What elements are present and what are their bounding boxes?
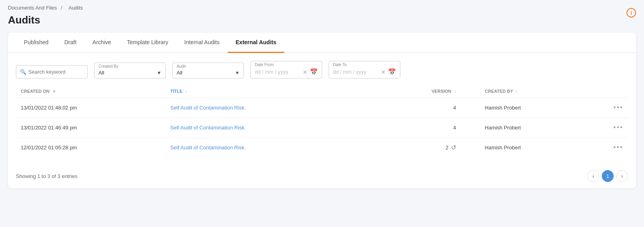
tab-external-audits[interactable]: External Audits [228,33,284,53]
col-header-version[interactable]: VERSION ↕ [359,85,480,98]
col-header-title[interactable]: TITLE ↕ [165,85,359,98]
pagination-next[interactable]: › [616,170,628,182]
date-to-label: Date To [333,63,396,67]
date-from-calendar-icon[interactable]: 📅 [310,68,318,76]
created-by-filter-group: Created By All ▼ [94,63,166,78]
cell-title: Self Audit of Contamination Risk. [165,138,359,158]
tab-archive[interactable]: Archive [85,33,119,53]
cell-created-by: Hamish Probert [480,118,584,138]
cell-created-on: 12/01/2022 01:05:28 pm [16,138,165,158]
search-icon: 🔍 [20,69,26,75]
sort-icon-created-by: ↕ [516,89,518,94]
audit-chevron-icon: ▼ [235,70,240,76]
tab-published[interactable]: Published [16,33,57,53]
breadcrumb-parent[interactable]: Documents And Files [8,5,57,11]
cell-version: 4 [359,118,480,138]
sort-icon-title: ↕ [185,89,187,94]
cell-actions: ••• [584,98,628,118]
title-link[interactable]: Self Audit of Contamination Risk. [170,145,246,151]
cell-actions: ••• [584,138,628,158]
cell-actions: ••• [584,118,628,138]
tab-internal-audits[interactable]: Internal Audits [176,33,228,53]
main-card: Published Draft Archive Template Library… [8,33,636,188]
table-section: CREATED ON ▼ TITLE ↕ VERSION ↕ CREATED B… [8,85,636,165]
created-by-chevron-icon: ▼ [157,70,161,76]
date-from-value: dd / mm / yyyy [255,69,300,75]
table-row: 12/01/2022 01:05:28 pmSelf Audit of Cont… [16,138,628,158]
breadcrumb-separator: / [61,5,62,11]
info-icon[interactable]: i [626,8,636,18]
created-by-label: Created By [98,65,161,68]
filters-bar: 🔍 Created By All ▼ Audit [8,53,636,85]
tabs-bar: Published Draft Archive Template Library… [8,33,636,53]
table-row: 13/01/2022 01:46:49 pmSelf Audit of Cont… [16,118,628,138]
audit-label: Audit [177,65,240,68]
search-filter-group: 🔍 [16,65,88,78]
row-actions-button[interactable]: ••• [613,143,623,151]
tab-draft[interactable]: Draft [57,33,85,53]
col-header-actions [584,85,628,98]
title-link[interactable]: Self Audit of Contamination Risk. [170,125,246,131]
sort-icon-version: ↕ [454,89,456,94]
cell-version: 4 [359,98,480,118]
created-by-value: All [98,70,155,76]
date-to-filter-group: Date To dd / mm / yyyy ✕ 📅 [329,61,400,78]
table-footer: Showing 1 to 3 of 3 entries ‹ 1 › [8,165,636,188]
date-to-clear-icon[interactable]: ✕ [381,69,386,75]
cell-created-by: Hamish Probert [480,138,584,158]
cell-created-on: 13/01/2022 01:46:49 pm [16,118,165,138]
sort-icon-created-on: ▼ [52,89,56,94]
pagination-page-1[interactable]: 1 [602,170,614,182]
date-from-label: Date From [255,63,318,67]
breadcrumb: Documents And Files / Audits [8,5,636,11]
pagination-prev[interactable]: ‹ [587,170,599,182]
page-title: Audits [8,14,636,26]
cell-title: Self Audit of Contamination Risk. [165,118,359,138]
col-header-created-by[interactable]: CREATED BY ↕ [480,85,584,98]
table-row: 13/01/2022 01:48:02 pmSelf Audit of Cont… [16,98,628,118]
audit-value: All [177,70,233,76]
date-to-value: dd / mm / yyyy [333,69,378,75]
search-input[interactable] [16,65,88,78]
col-header-created-on[interactable]: CREATED ON ▼ [16,85,165,98]
date-to-calendar-icon[interactable]: 📅 [388,68,396,76]
tab-template-library[interactable]: Template Library [119,33,177,53]
row-actions-button[interactable]: ••• [613,104,623,112]
showing-text: Showing 1 to 3 of 3 entries [16,173,77,179]
audit-filter-group: Audit All ▼ [172,63,244,78]
cell-title: Self Audit of Contamination Risk. [165,98,359,118]
date-from-clear-icon[interactable]: ✕ [303,69,307,75]
title-link[interactable]: Self Audit of Contamination Risk. [170,105,246,111]
date-from-filter-group: Date From dd / mm / yyyy ✕ 📅 [250,61,322,78]
pagination: ‹ 1 › [587,170,628,182]
row-actions-button[interactable]: ••• [613,123,623,131]
audits-table: CREATED ON ▼ TITLE ↕ VERSION ↕ CREATED B… [16,85,628,157]
breadcrumb-current: Audits [69,5,83,11]
cell-created-by: Hamish Probert [480,98,584,118]
history-icon[interactable]: ↺ [451,144,456,151]
cell-created-on: 13/01/2022 01:48:02 pm [16,98,165,118]
cell-version: 2↺ [359,138,480,158]
